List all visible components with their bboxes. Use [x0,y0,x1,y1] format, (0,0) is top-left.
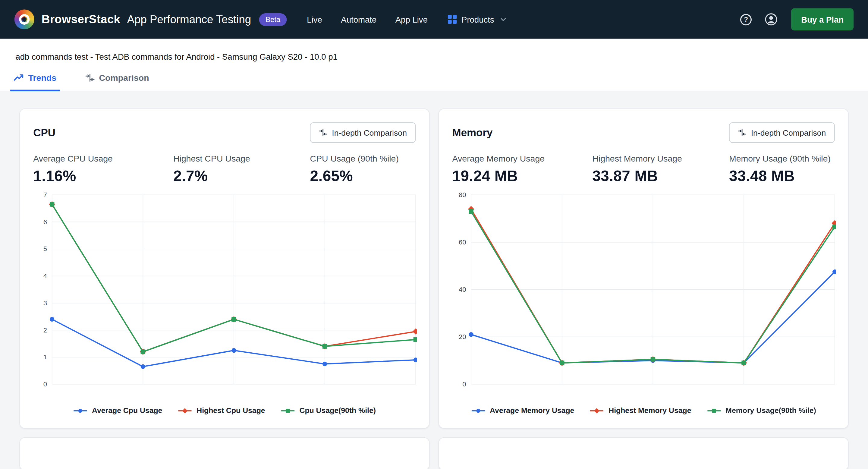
tab-trends[interactable]: Trends [10,68,60,91]
button-label: In-depth Comparison [751,128,826,137]
memory-trend-chart[interactable]: 020406080 [453,190,836,399]
compare-icon [738,128,746,137]
top-navbar: BrowserStack App Performance Testing Bet… [0,0,868,39]
legend-marker-icon [281,407,295,414]
next-row-card-stub [438,437,849,469]
products-menu-label: Products [461,15,494,24]
stat-label: Average Memory Usage [453,154,592,164]
memory-chart-legend: Average Memory UsageHighest Memory Usage… [453,406,835,415]
legend-marker-icon [471,407,486,414]
stat-block: Memory Usage (90th %ile)33.48 MB [729,154,835,185]
legend-label: Average Cpu Usage [92,406,162,415]
card-title: CPU [33,127,56,139]
svg-text:60: 60 [459,239,466,246]
nav-link-automate[interactable]: Automate [341,15,376,24]
legend-marker-icon [178,407,192,414]
products-menu[interactable]: Products [447,15,507,24]
svg-text:6: 6 [43,218,47,226]
user-avatar-icon[interactable] [765,13,778,26]
cpu-chart-legend: Average Cpu UsageHighest Cpu UsageCpu Us… [33,406,415,415]
stat-value: 2.65% [310,168,416,185]
navbar-right: ? Buy a Plan [740,8,854,30]
stat-value: 1.16% [33,168,173,185]
beta-badge: Beta [259,13,287,26]
stat-label: Memory Usage (90th %ile) [729,154,835,164]
stat-block: Highest Memory Usage33.87 MB [592,154,729,185]
chevron-down-icon [499,15,507,23]
svg-text:20: 20 [459,333,466,341]
tab-trends-label: Trends [28,73,56,83]
trending-up-icon [13,73,24,83]
buy-a-plan-button[interactable]: Buy a Plan [791,8,854,30]
stat-value: 33.48 MB [729,168,835,185]
compare-icon [85,73,95,82]
svg-text:?: ? [744,15,748,23]
cpu-card: CPU In-depth Comparison Average CPU Usag… [19,108,430,429]
legend-item-average-cpu-usage[interactable]: Average Cpu Usage [73,406,162,415]
button-label: In-depth Comparison [332,128,407,137]
svg-text:2: 2 [43,326,47,334]
help-icon[interactable]: ? [740,13,752,26]
legend-label: Memory Usage(90th %ile) [725,406,816,415]
legend-item-highest-cpu-usage[interactable]: Highest Cpu Usage [178,406,265,415]
stat-block: CPU Usage (90th %ile)2.65% [310,154,416,185]
session-title: adb commands test - Test ADB commands fo… [0,39,868,68]
next-cards-row [19,437,848,469]
legend-label: Highest Memory Usage [609,406,691,415]
navbar-left: BrowserStack App Performance Testing Bet… [14,9,740,29]
legend-item-average-memory-usage[interactable]: Average Memory Usage [471,406,575,415]
next-row-card-stub [19,437,430,469]
legend-marker-icon [707,407,721,414]
nav-link-app-live[interactable]: App Live [396,15,428,24]
stat-label: Highest CPU Usage [173,154,310,164]
memory-card-header: Memory In-depth Comparison [453,122,835,143]
compare-icon [318,128,327,137]
trend-cards-row: CPU In-depth Comparison Average CPU Usag… [19,108,848,429]
svg-text:1: 1 [43,353,47,361]
stat-label: CPU Usage (90th %ile) [310,154,416,164]
svg-text:3: 3 [43,299,47,307]
legend-item-memory-usage-90th-ile-[interactable]: Memory Usage(90th %ile) [707,406,816,415]
products-grid-icon [447,15,456,24]
subheader: adb commands test - Test ADB commands fo… [0,39,868,91]
legend-label: Average Memory Usage [490,406,574,415]
svg-text:80: 80 [459,191,466,199]
svg-text:0: 0 [462,380,466,388]
product-title: App Performance Testing [127,13,251,26]
legend-item-cpu-usage-90th-ile-[interactable]: Cpu Usage(90th %ile) [281,406,376,415]
stat-block: Highest CPU Usage2.7% [173,154,310,185]
memory-in-depth-comparison-button[interactable]: In-depth Comparison [729,122,835,143]
legend-item-highest-memory-usage[interactable]: Highest Memory Usage [590,406,691,415]
tab-bar: Trends Comparison [0,68,868,91]
card-title: Memory [453,127,493,139]
stat-label: Highest Memory Usage [592,154,729,164]
svg-text:0: 0 [43,380,47,388]
legend-label: Cpu Usage(90th %ile) [299,406,376,415]
legend-marker-icon [73,407,88,414]
legend-label: Highest Cpu Usage [196,406,265,415]
cpu-trend-chart[interactable]: 01234567 [33,190,417,399]
brand-name[interactable]: BrowserStack [41,13,121,26]
cpu-card-header: CPU In-depth Comparison [33,122,415,143]
memory-card: Memory In-depth Comparison Average Memor… [438,108,849,429]
stat-value: 19.24 MB [453,168,592,185]
cpu-stats: Average CPU Usage1.16%Highest CPU Usage2… [33,154,415,185]
legend-marker-icon [590,407,604,414]
nav-link-live[interactable]: Live [307,15,322,24]
browserstack-logo-icon[interactable] [14,9,34,29]
svg-text:7: 7 [43,191,47,199]
stat-label: Average CPU Usage [33,154,173,164]
tab-comparison[interactable]: Comparison [82,68,153,91]
stat-value: 33.87 MB [592,168,729,185]
svg-text:4: 4 [43,272,47,280]
primary-nav: LiveAutomateApp Live [307,15,428,24]
tab-comparison-label: Comparison [99,73,149,83]
svg-text:40: 40 [459,286,466,293]
memory-stats: Average Memory Usage19.24 MBHighest Memo… [453,154,835,185]
cpu-in-depth-comparison-button[interactable]: In-depth Comparison [310,122,416,143]
stat-value: 2.7% [173,168,310,185]
app-root: BrowserStack App Performance Testing Bet… [0,0,868,469]
main-content: CPU In-depth Comparison Average CPU Usag… [0,91,868,469]
stat-block: Average CPU Usage1.16% [33,154,173,185]
stat-block: Average Memory Usage19.24 MB [453,154,592,185]
